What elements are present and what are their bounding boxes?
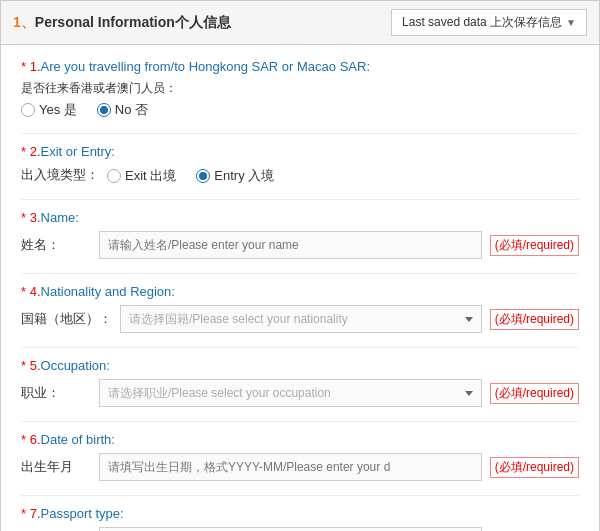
- question-5: * 5.Occupation: 职业： 请选择职业/Please select …: [21, 358, 579, 407]
- occupation-select[interactable]: 请选择职业/Please select your occupation: [99, 379, 482, 407]
- question-7: * 7.Passport type: 证件类型： 请选择证件类型/Please …: [21, 506, 579, 531]
- q6-field-row: 出生年月 (必填/required): [21, 453, 579, 481]
- question-1: * 1.Are you travelling from/to Hongkong …: [21, 59, 579, 119]
- q2-option-exit[interactable]: Exit 出境: [107, 167, 176, 185]
- form-header: 1、Personal Information个人信息 Last saved da…: [1, 1, 599, 45]
- nationality-select[interactable]: 请选择国籍/Please select your nationality: [120, 305, 482, 333]
- divider-4: [21, 347, 579, 348]
- q5-required-badge: (必填/required): [490, 383, 579, 404]
- divider-2: [21, 199, 579, 200]
- q4-required-badge: (必填/required): [490, 309, 579, 330]
- question-6: * 6.Date of birth: 出生年月 (必填/required): [21, 432, 579, 481]
- q5-field-label: 职业：: [21, 384, 91, 402]
- form-container: 1、Personal Information个人信息 Last saved da…: [0, 0, 600, 531]
- q5-label: * 5.Occupation:: [21, 358, 579, 373]
- q2-radio-group: Exit 出境 Entry 入境: [107, 167, 274, 185]
- section-number: 1、: [13, 14, 35, 30]
- q5-field-row: 职业： 请选择职业/Please select your occupation …: [21, 379, 579, 407]
- q1-option-no[interactable]: No 否: [97, 101, 148, 119]
- q7-label: * 7.Passport type:: [21, 506, 579, 521]
- q2-radio-entry[interactable]: [196, 169, 210, 183]
- q6-label: * 6.Date of birth:: [21, 432, 579, 447]
- divider-5: [21, 421, 579, 422]
- question-3: * 3.Name: 姓名： (必填/required): [21, 210, 579, 259]
- passport-type-select[interactable]: 请选择证件类型/Please select your passport type: [99, 527, 482, 531]
- q6-field-label: 出生年月: [21, 458, 91, 476]
- q1-sub-label: 是否往来香港或者澳门人员：: [21, 80, 579, 97]
- q1-radio-no[interactable]: [97, 103, 111, 117]
- question-4: * 4.Nationality and Region: 国籍（地区）： 请选择国…: [21, 284, 579, 333]
- section-title: 1、Personal Information个人信息: [13, 14, 231, 32]
- q1-option-yes[interactable]: Yes 是: [21, 101, 77, 119]
- divider-1: [21, 133, 579, 134]
- question-2: * 2.Exit or Entry: 出入境类型： Exit 出境 Entry …: [21, 144, 579, 185]
- q2-radio-exit[interactable]: [107, 169, 121, 183]
- q1-radio-yes[interactable]: [21, 103, 35, 117]
- form-body: * 1.Are you travelling from/to Hongkong …: [1, 45, 599, 531]
- dob-input[interactable]: [99, 453, 482, 481]
- q3-field-row: 姓名： (必填/required): [21, 231, 579, 259]
- name-input[interactable]: [99, 231, 482, 259]
- q4-label: * 4.Nationality and Region:: [21, 284, 579, 299]
- q1-radio-group: Yes 是 No 否: [21, 101, 579, 119]
- q4-field-label: 国籍（地区）：: [21, 310, 112, 328]
- divider-6: [21, 495, 579, 496]
- q1-label: * 1.Are you travelling from/to Hongkong …: [21, 59, 579, 74]
- q7-field-row: 证件类型： 请选择证件类型/Please select your passpor…: [21, 527, 579, 531]
- save-button[interactable]: Last saved data 上次保存信息: [391, 9, 587, 36]
- q2-field-row: 出入境类型： Exit 出境 Entry 入境: [21, 165, 579, 185]
- q3-field-label: 姓名：: [21, 236, 91, 254]
- q3-required-badge: (必填/required): [490, 235, 579, 256]
- q2-field-label: 出入境类型：: [21, 166, 99, 184]
- q4-field-row: 国籍（地区）： 请选择国籍/Please select your nationa…: [21, 305, 579, 333]
- divider-3: [21, 273, 579, 274]
- q2-option-entry[interactable]: Entry 入境: [196, 167, 274, 185]
- q6-required-badge: (必填/required): [490, 457, 579, 478]
- q2-label: * 2.Exit or Entry:: [21, 144, 579, 159]
- q3-label: * 3.Name:: [21, 210, 579, 225]
